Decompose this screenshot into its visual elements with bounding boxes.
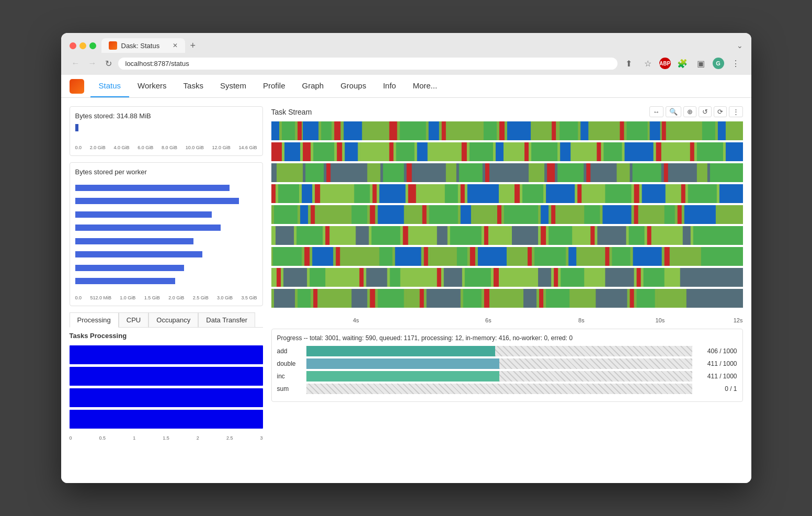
- svg-rect-88: [354, 184, 370, 203]
- nav-system[interactable]: System: [212, 75, 255, 97]
- ctrl-refresh[interactable]: ⟳: [714, 106, 727, 117]
- nav-status[interactable]: Status: [90, 75, 130, 97]
- abp-badge[interactable]: ABP: [659, 58, 671, 69]
- nav-profile[interactable]: Profile: [255, 75, 294, 97]
- nav-more[interactable]: More...: [404, 75, 445, 97]
- svg-rect-150: [548, 226, 572, 245]
- svg-rect-138: [325, 226, 329, 245]
- ctrl-pan[interactable]: ↔: [649, 106, 664, 117]
- svg-rect-87: [323, 184, 351, 203]
- refresh-button[interactable]: ↻: [103, 58, 114, 70]
- progress-value-sum: 0 / 1: [695, 385, 737, 392]
- svg-rect-85: [302, 184, 312, 203]
- address-bar: ← → ↻ ⬆ ☆ ABP 🧩 ▣ G ⋮: [61, 53, 751, 75]
- tab-bar: Dask: Status ✕ + ⌄: [101, 38, 743, 53]
- svg-rect-57: [725, 142, 742, 161]
- maximize-button[interactable]: [89, 42, 96, 49]
- svg-rect-90: [379, 184, 405, 203]
- profile-avatar[interactable]: G: [713, 58, 724, 69]
- svg-rect-18: [552, 121, 556, 140]
- window-controls: [70, 42, 96, 49]
- tab-title: Dask: Status: [121, 42, 160, 50]
- tab-buttons: Processing CPU Occupancy Data Transfer: [70, 312, 263, 328]
- svg-rect-21: [591, 121, 617, 140]
- share-button[interactable]: ⬆: [622, 56, 636, 71]
- tab-occupancy[interactable]: Occupancy: [148, 312, 198, 327]
- forward-button[interactable]: →: [86, 58, 99, 69]
- tab-close-btn[interactable]: ✕: [173, 42, 178, 49]
- menu-button[interactable]: ⋮: [728, 56, 743, 71]
- svg-rect-63: [367, 163, 380, 182]
- svg-rect-110: [274, 205, 298, 224]
- svg-rect-181: [672, 247, 698, 266]
- svg-rect-44: [495, 142, 503, 161]
- progress-row-inc: inc 411 / 1000: [277, 371, 737, 382]
- svg-rect-162: [312, 247, 333, 266]
- nav-info[interactable]: Info: [374, 75, 404, 97]
- bookmark-button[interactable]: ☆: [641, 56, 655, 71]
- svg-rect-61: [326, 163, 330, 182]
- ctrl-reset[interactable]: ↺: [699, 106, 712, 117]
- svg-rect-75: [593, 163, 614, 182]
- progress-title: Progress -- total: 3001, waiting: 590, q…: [277, 334, 737, 342]
- svg-rect-146: [484, 226, 488, 245]
- svg-rect-160: [273, 247, 302, 266]
- svg-rect-54: [664, 142, 687, 161]
- ctrl-menu[interactable]: ⋮: [729, 106, 743, 117]
- svg-rect-197: [538, 268, 551, 287]
- progress-row-add: add 406 / 1000: [277, 346, 737, 356]
- svg-rect-154: [628, 226, 644, 245]
- svg-rect-119: [429, 205, 458, 224]
- svg-rect-60: [305, 163, 324, 182]
- svg-rect-89: [372, 184, 376, 203]
- ctrl-zoom-in[interactable]: ⊕: [683, 106, 696, 117]
- svg-rect-95: [467, 184, 498, 203]
- nav-workers[interactable]: Workers: [129, 75, 175, 97]
- svg-rect-125: [551, 205, 555, 224]
- svg-rect-195: [493, 268, 498, 287]
- svg-rect-48: [560, 142, 570, 161]
- svg-rect-204: [667, 268, 677, 287]
- new-tab-button[interactable]: +: [187, 39, 199, 52]
- svg-rect-219: [491, 289, 520, 308]
- ctrl-zoom-out[interactable]: 🔍: [666, 106, 681, 117]
- svg-rect-124: [541, 205, 548, 224]
- tab-processing[interactable]: Processing: [70, 312, 119, 328]
- task-stream-controls: ↔ 🔍 ⊕ ↺ ⟳ ⋮: [649, 106, 743, 117]
- tab-menu-button[interactable]: ⌄: [737, 41, 743, 50]
- svg-rect-14: [483, 121, 496, 140]
- svg-rect-107: [688, 184, 716, 203]
- active-tab[interactable]: Dask: Status ✕: [101, 38, 185, 53]
- svg-rect-222: [546, 289, 569, 308]
- nav-graph[interactable]: Graph: [293, 75, 332, 97]
- close-button[interactable]: [70, 42, 76, 49]
- task-stream-title: Task Stream: [271, 108, 312, 116]
- svg-rect-202: [636, 268, 641, 287]
- svg-rect-42: [461, 142, 466, 161]
- address-input[interactable]: [118, 58, 617, 70]
- svg-rect-212: [370, 289, 375, 308]
- progress-value-add: 406 / 1000: [695, 347, 737, 355]
- svg-rect-43: [469, 142, 493, 161]
- tab-data-transfer[interactable]: Data Transfer: [198, 312, 255, 327]
- browser-actions: ⬆ ☆ ABP 🧩 ▣ G ⋮: [622, 56, 743, 71]
- svg-rect-178: [612, 247, 630, 266]
- sidebar-button[interactable]: ▣: [694, 56, 708, 71]
- svg-rect-182: [701, 247, 742, 266]
- svg-rect-220: [523, 289, 536, 308]
- svg-rect-62: [333, 163, 364, 182]
- minimize-button[interactable]: [79, 42, 86, 49]
- nav-tasks[interactable]: Tasks: [175, 75, 212, 97]
- tab-cpu[interactable]: CPU: [119, 312, 148, 327]
- svg-rect-149: [541, 226, 546, 245]
- extension-button[interactable]: 🧩: [675, 56, 690, 71]
- nav-groups[interactable]: Groups: [332, 75, 374, 97]
- svg-rect-4: [303, 121, 318, 140]
- svg-rect-147: [490, 226, 509, 245]
- svg-rect-67: [445, 163, 456, 182]
- svg-rect-7: [344, 121, 362, 140]
- back-button[interactable]: ←: [70, 58, 82, 69]
- svg-rect-94: [460, 184, 464, 203]
- svg-rect-191: [403, 268, 434, 287]
- svg-rect-216: [426, 289, 460, 308]
